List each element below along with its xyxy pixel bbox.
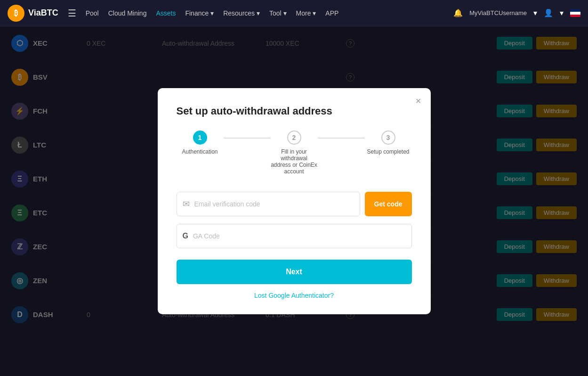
nav-resources[interactable]: Resources ▾ bbox=[223, 9, 260, 17]
chevron-down-icon: ▾ bbox=[533, 8, 537, 17]
step-1: 1 Authentication bbox=[177, 131, 224, 155]
nav-cloud-mining[interactable]: Cloud Mining bbox=[108, 9, 147, 17]
nav-right: 🔔 MyViaBTCUsername ▾ 👤 ▾ bbox=[453, 8, 580, 17]
logo: ₿ ViaBTC bbox=[8, 5, 58, 22]
email-verification-input[interactable] bbox=[194, 200, 354, 208]
logo-icon: ₿ bbox=[8, 5, 24, 22]
nav-pool[interactable]: Pool bbox=[86, 9, 99, 17]
nav-app[interactable]: APP bbox=[325, 9, 338, 17]
lost-authenticator-link[interactable]: Lost Google Authenticator? bbox=[177, 292, 412, 299]
main-content: ⬡ XEC 0 XEC Auto-withdrawal Address 1000… bbox=[0, 26, 588, 376]
step-3: 3 Setup completed bbox=[365, 131, 412, 155]
step-2-label: Fill in your withdrawal address or CoinE… bbox=[271, 148, 318, 175]
username-label[interactable]: MyViaBTCUsername bbox=[469, 9, 527, 16]
ga-code-input[interactable] bbox=[193, 232, 406, 240]
logo-text: ViaBTC bbox=[28, 8, 58, 18]
step-1-circle: 1 bbox=[193, 131, 207, 145]
ga-icon: G bbox=[183, 232, 188, 240]
next-button[interactable]: Next bbox=[177, 260, 412, 284]
nav-finance[interactable]: Finance ▾ bbox=[185, 9, 214, 17]
steps-container: 1 Authentication 2 Fill in your withdraw… bbox=[177, 131, 412, 175]
step-connector-2 bbox=[318, 138, 365, 139]
navbar: ₿ ViaBTC ☰ Pool Cloud Mining Assets Fina… bbox=[0, 0, 588, 26]
hamburger-menu[interactable]: ☰ bbox=[68, 8, 76, 19]
get-code-button[interactable]: Get code bbox=[365, 192, 412, 216]
step-3-label: Setup completed bbox=[367, 148, 409, 155]
nav-tool[interactable]: Tool ▾ bbox=[269, 9, 287, 17]
step-2-circle: 2 bbox=[287, 131, 301, 145]
nav-assets[interactable]: Assets bbox=[156, 9, 176, 17]
step-2: 2 Fill in your withdrawal address or Coi… bbox=[271, 131, 318, 175]
modal-close-button[interactable]: × bbox=[416, 96, 421, 106]
bell-icon[interactable]: 🔔 bbox=[453, 8, 463, 17]
email-row: ✉ Get code bbox=[177, 192, 412, 216]
ga-input-group: G bbox=[177, 224, 412, 248]
email-input-group: ✉ bbox=[177, 192, 360, 216]
step-1-label: Authentication bbox=[182, 148, 217, 155]
chevron-down-icon-2: ▾ bbox=[560, 8, 564, 17]
nav-more[interactable]: More ▾ bbox=[296, 9, 316, 17]
email-icon: ✉ bbox=[183, 199, 190, 209]
modal-overlay: × Set up auto-withdrawal address 1 Authe… bbox=[0, 26, 588, 376]
nav-links: Pool Cloud Mining Assets Finance ▾ Resou… bbox=[86, 9, 444, 17]
modal-title: Set up auto-withdrawal address bbox=[177, 105, 412, 117]
language-flag[interactable] bbox=[570, 9, 580, 17]
user-icon[interactable]: 👤 bbox=[544, 8, 553, 17]
step-3-circle: 3 bbox=[381, 131, 395, 145]
modal: × Set up auto-withdrawal address 1 Authe… bbox=[158, 88, 431, 314]
step-connector-1 bbox=[224, 138, 271, 139]
